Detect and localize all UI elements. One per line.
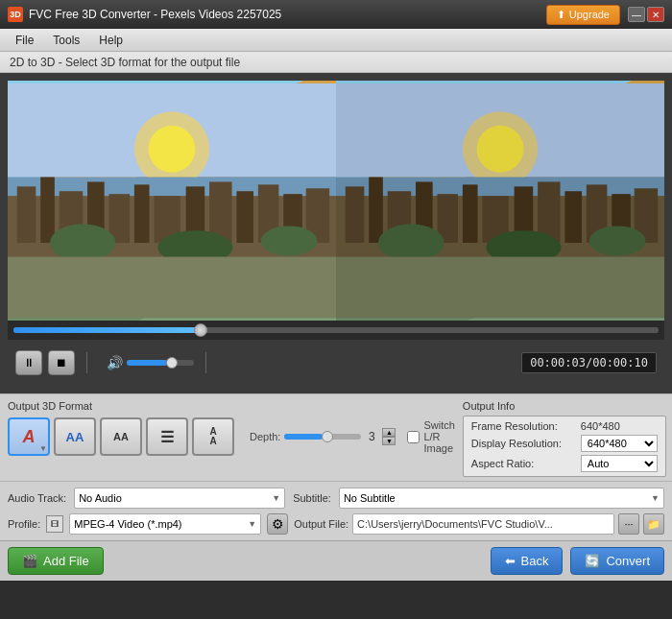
format-btn-half-top[interactable]: AA [192, 417, 234, 456]
volume-slider[interactable] [127, 360, 194, 366]
seekbar[interactable] [13, 327, 659, 333]
svg-rect-43 [336, 257, 664, 319]
status-text: 2D to 3D - Select 3D format for the outp… [10, 56, 240, 69]
audio-track-dropdown[interactable]: No Audio ▼ [74, 488, 285, 509]
main-content: ⏸ ⏹ 🔊 00:00:03/00:00:10 [0, 73, 672, 393]
time-display: 00:00:03/00:00:10 [521, 352, 657, 373]
svg-rect-21 [8, 257, 336, 319]
svg-rect-32 [463, 184, 478, 243]
output-file-value: C:\Users\jerry\Documents\FVC Studio\V... [357, 518, 553, 530]
app-icon: 3D [8, 7, 23, 22]
svg-rect-5 [17, 186, 36, 243]
aspect-ratio-select[interactable]: Auto 4:3 16:9 1:1 [581, 455, 658, 472]
output-info-label: Output Info [463, 400, 666, 412]
depth-label: Depth: [250, 431, 280, 442]
add-file-label: Add File [43, 554, 89, 568]
convert-button[interactable]: 🔄 Convert [570, 547, 664, 575]
audio-track-label: Audio Track: [8, 492, 66, 504]
video-right [336, 81, 664, 321]
volume-area: 🔊 [107, 355, 194, 370]
svg-point-20 [261, 226, 318, 255]
profile-settings-button[interactable]: ⚙ [267, 513, 288, 535]
right-action-buttons: ⬅ Back 🔄 Convert [491, 547, 664, 575]
audio-subtitle-row: Audio Track: No Audio ▼ Subtitle: No Sub… [8, 488, 664, 509]
svg-point-2 [149, 126, 196, 173]
separator2 [205, 352, 206, 373]
svg-rect-27 [346, 186, 365, 243]
menu-help[interactable]: Help [89, 32, 132, 49]
video-left [8, 81, 336, 321]
close-button[interactable]: ✕ [647, 7, 664, 22]
profile-dropdown[interactable]: MPEG-4 Video (*.mp4) ▼ [69, 513, 261, 535]
seekbar-fill [13, 327, 207, 333]
profile-dropdown-arrow: ▼ [248, 519, 256, 529]
window-controls: — ✕ [628, 7, 664, 22]
subtitle-label: Subtitle: [293, 492, 331, 504]
browse-button[interactable]: ··· [618, 513, 639, 535]
seekbar-thumb[interactable] [194, 323, 207, 337]
back-icon: ⬅ [505, 554, 516, 568]
minimize-button[interactable]: — [628, 7, 645, 22]
svg-point-24 [477, 126, 524, 173]
back-label: Back [521, 554, 549, 568]
output-file-field[interactable]: C:\Users\jerry\Documents\FVC Studio\V... [352, 513, 614, 535]
profile-value: MPEG-4 Video (*.mp4) [74, 518, 181, 530]
menu-tools[interactable]: Tools [43, 32, 89, 49]
format-row: A ▼ AA AA ☰ [8, 417, 455, 456]
svg-rect-10 [134, 184, 150, 243]
gear-icon: ⚙ [272, 516, 284, 532]
menu-file[interactable]: File [6, 32, 43, 49]
profile-output-row: Profile: 🎞 MPEG-4 Video (*.mp4) ▼ ⚙ Outp… [8, 513, 664, 535]
frame-res-row: Frame Resolution: 640*480 [471, 420, 658, 432]
titlebar: 3D FVC Free 3D Converter - Pexels Videos… [0, 0, 672, 29]
subtitle-value: No Subtitle [344, 492, 396, 504]
subtitle-dropdown-arrow: ▼ [651, 493, 660, 503]
settings-section: Output 3D Format A ▼ AA AA [0, 393, 672, 481]
open-folder-button[interactable]: 📁 [643, 513, 664, 535]
separator [86, 352, 87, 373]
upgrade-button[interactable]: ⬆ Upgrade [546, 5, 620, 25]
switch-lr-area: Switch L/R Image [407, 419, 454, 454]
bottom-section: Audio Track: No Audio ▼ Subtitle: No Sub… [0, 481, 672, 540]
folder-icon: 📁 [647, 518, 660, 531]
add-file-button[interactable]: 🎬 Add File [8, 547, 104, 575]
video-frame [8, 81, 664, 321]
back-button[interactable]: ⬅ Back [491, 547, 564, 575]
format-btn-anaglyph[interactable]: A ▼ [8, 417, 50, 456]
switch-lr-label: Switch L/R Image [423, 419, 454, 454]
stop-button[interactable]: ⏹ [48, 350, 75, 375]
output-info-box: Frame Resolution: 640*480 Display Resolu… [463, 416, 666, 477]
display-res-row: Display Resolution: 640*480 [471, 435, 658, 452]
output-format-section: Output 3D Format A ▼ AA AA [8, 400, 455, 456]
svg-point-42 [589, 226, 646, 255]
seekbar-container[interactable] [8, 321, 664, 340]
format-btn-sbs[interactable]: AA [54, 417, 96, 456]
switch-lr-checkbox[interactable] [407, 431, 420, 443]
convert-label: Convert [606, 554, 650, 568]
pause-icon: ⏸ [23, 356, 35, 369]
pause-button[interactable]: ⏸ [15, 350, 42, 375]
svg-rect-6 [40, 178, 55, 243]
format-btn-half-sbs[interactable]: AA [100, 417, 142, 456]
depth-slider[interactable] [284, 434, 361, 440]
depth-up[interactable]: ▲ [382, 428, 396, 437]
format-and-info: Output 3D Format A ▼ AA AA [8, 400, 664, 477]
volume-thumb[interactable] [166, 357, 178, 369]
browse-icon: ··· [624, 518, 633, 530]
display-res-select[interactable]: 640*480 [581, 435, 658, 452]
format-btn-top-bottom[interactable]: ☰ [146, 417, 188, 456]
format-buttons: A ▼ AA AA ☰ [8, 417, 234, 456]
svg-rect-36 [564, 191, 582, 243]
volume-fill [127, 360, 167, 366]
depth-down[interactable]: ▼ [382, 437, 396, 445]
aspect-ratio-row: Aspect Ratio: Auto 4:3 16:9 1:1 [471, 455, 658, 472]
output-file-row: Output File: C:\Users\jerry\Documents\FV… [294, 513, 664, 535]
subtitle-dropdown[interactable]: No Subtitle ▼ [339, 488, 664, 509]
depth-area: Depth: 3 ▲ ▼ [250, 428, 396, 445]
upgrade-icon: ⬆ [557, 9, 565, 21]
svg-point-18 [50, 224, 115, 261]
profile-label: Profile: [8, 518, 40, 530]
audio-track-value: No Audio [79, 492, 122, 504]
aspect-ratio-label: Aspect Ratio: [471, 458, 577, 469]
menubar: File Tools Help [0, 29, 672, 52]
